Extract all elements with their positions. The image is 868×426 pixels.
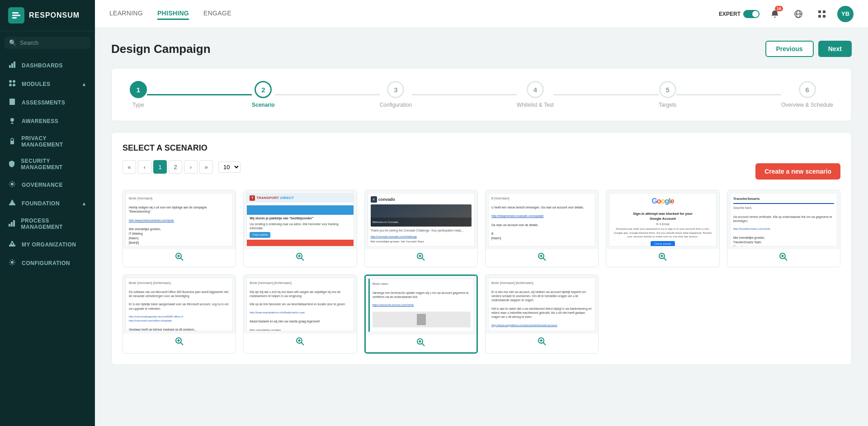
page-title: Design Campaign xyxy=(111,42,211,56)
card-7-zoom[interactable] xyxy=(123,334,236,351)
apps-button[interactable] xyxy=(814,6,830,22)
card-9-zoom[interactable] xyxy=(366,335,476,352)
content-area: Design Campaign Previous Next 1 Type 2 S… xyxy=(95,28,868,426)
sidebar-item-label: DASHBOARDS xyxy=(22,62,63,69)
page-next-btn[interactable]: › xyxy=(184,160,198,174)
card-4-zoom[interactable] xyxy=(486,249,598,267)
card-5-preview: Google Sign-in attempt was blocked for y… xyxy=(609,193,716,246)
step-2-label: Scenario xyxy=(252,102,275,108)
steps-inner: 1 Type 2 Scenario 3 Configuration xyxy=(130,81,833,108)
scenario-card-6[interactable]: TransferSmarts Geachte klant, Uw account… xyxy=(727,190,840,267)
create-scenario-button[interactable]: Create a new scenario xyxy=(755,163,840,180)
chevron-up-icon: ▲ xyxy=(82,201,87,206)
nav-phishing[interactable]: PHISHING xyxy=(157,8,189,20)
scenario-card-8[interactable]: Beste [Voornaam] [Achternaam], Wij zijn … xyxy=(243,275,357,354)
scenario-card-5[interactable]: Google Sign-in attempt was blocked for y… xyxy=(606,190,719,267)
svg-rect-18 xyxy=(10,203,14,204)
header-actions: Previous Next xyxy=(765,41,852,57)
svg-rect-24 xyxy=(9,245,15,246)
card-8-zoom[interactable] xyxy=(244,334,356,351)
sidebar-item-label: FOUNDATION xyxy=(22,200,60,207)
zoom-icon-3 xyxy=(416,252,426,264)
page-prev-btn[interactable]: ‹ xyxy=(138,160,151,174)
card-7-preview: Beste [Voornaam] [Achternaam], De softwa… xyxy=(126,278,233,331)
step-6[interactable]: 6 Overview & Schedule xyxy=(781,81,833,108)
sidebar-item-modules[interactable]: MODULES ▲ xyxy=(0,75,95,93)
connector-4-5 xyxy=(554,94,659,95)
next-button[interactable]: Next xyxy=(818,41,852,57)
page-last-btn[interactable]: » xyxy=(199,160,213,174)
sidebar-item-assessments[interactable]: ASSESSMENTS xyxy=(0,93,95,112)
card-3-zoom[interactable] xyxy=(365,249,477,267)
step-4[interactable]: 4 Whitelist & Test xyxy=(517,81,554,108)
card-9-image: Beste naam, Vanwege een technische updat… xyxy=(366,276,476,335)
sidebar-item-privacy[interactable]: PRIVACY MANAGEMENT xyxy=(0,130,95,153)
step-1[interactable]: 1 Type xyxy=(130,81,147,108)
svg-rect-21 xyxy=(9,224,10,227)
language-button[interactable] xyxy=(790,6,807,22)
scenario-card-1[interactable]: Beste [Voornaam], Hierbij nodigen wij u … xyxy=(123,190,236,267)
step-4-circle: 4 xyxy=(527,81,544,98)
page-size-select[interactable]: 10 25 50 xyxy=(218,161,241,173)
svg-rect-33 xyxy=(823,10,826,13)
notification-badge: 16 xyxy=(775,6,783,11)
sidebar-item-process[interactable]: PROCESS MANAGEMENT xyxy=(0,213,95,235)
card-6-image: TransferSmarts Geachte klant, Uw account… xyxy=(727,190,840,249)
sidebar-item-organization[interactable]: MY ORGANIZATION xyxy=(0,235,95,254)
step-3[interactable]: 3 Configuration xyxy=(380,81,412,108)
card-2-zoom[interactable] xyxy=(244,249,356,267)
sidebar-item-governance[interactable]: GOVERNANCE xyxy=(0,175,95,194)
svg-point-6 xyxy=(9,80,12,83)
scenario-card-7[interactable]: Beste [Voornaam] [Achternaam], De softwa… xyxy=(123,275,236,354)
sidebar-item-security[interactable]: SECURITY MANAGEMENT xyxy=(0,153,95,175)
nav-learning[interactable]: LEARNING xyxy=(109,8,143,20)
card-10-zoom[interactable] xyxy=(486,334,598,351)
sidebar-item-foundation[interactable]: FOUNDATION ▲ xyxy=(0,194,95,213)
assessments-icon xyxy=(8,98,16,107)
page-2-btn[interactable]: 2 xyxy=(169,160,182,174)
card-3-preview: c convado Welcome to Convado Thank you xyxy=(368,193,475,246)
page-1-btn[interactable]: 1 xyxy=(153,160,167,174)
svg-rect-22 xyxy=(11,222,13,227)
chevron-up-icon: ▲ xyxy=(82,81,87,87)
step-5[interactable]: 5 Targets xyxy=(659,81,676,108)
sidebar-item-label: PRIVACY MANAGEMENT xyxy=(21,135,87,148)
notifications-button[interactable]: 16 xyxy=(767,6,783,22)
previous-button[interactable]: Previous xyxy=(765,41,814,57)
card-10-image: Beste [Voornaam] [Achternaam], Er is iet… xyxy=(486,275,598,334)
scenario-cards-grid: Beste [Voornaam], Hierbij nodigen wij u … xyxy=(123,190,840,354)
topbar-nav: LEARNING PHISHING ENGAGE xyxy=(109,8,704,20)
search-input[interactable] xyxy=(20,39,86,46)
zoom-icon xyxy=(175,252,184,264)
sidebar-item-dashboards[interactable]: DASHBOARDS xyxy=(0,56,95,75)
step-5-circle: 5 xyxy=(659,81,676,98)
expert-toggle-pill[interactable] xyxy=(743,10,760,18)
sidebar-item-awareness[interactable]: AWARENESS xyxy=(0,112,95,130)
page-first-btn[interactable]: « xyxy=(123,160,136,174)
card-1-zoom[interactable] xyxy=(123,249,236,267)
scenario-card-2[interactable]: T TRANSPORT DIRECT Wij sturen je pakketj… xyxy=(243,190,357,267)
card-7-image: Beste [Voornaam] [Achternaam], De softwa… xyxy=(123,275,236,334)
card-5-zoom[interactable] xyxy=(606,249,719,267)
pagination: « ‹ 1 2 › » 10 25 50 xyxy=(123,160,241,174)
step-2[interactable]: 2 Scenario xyxy=(252,81,275,108)
user-avatar[interactable]: YB xyxy=(837,6,854,22)
sidebar-item-label: MODULES xyxy=(22,81,51,87)
expert-toggle[interactable]: EXPERT xyxy=(719,10,760,18)
scenario-card-10[interactable]: Beste [Voornaam] [Achternaam], Er is iet… xyxy=(485,275,599,354)
pagination-row: « ‹ 1 2 › » 10 25 50 Create a new scenar… xyxy=(123,160,840,183)
scenario-card-9[interactable]: Beste naam, Vanwege een technische updat… xyxy=(364,275,478,354)
sidebar-item-configuration[interactable]: CONFIGURATION xyxy=(0,254,95,272)
card-4-image: B [Voornaam] U heeft een nieuw bericht o… xyxy=(486,190,598,249)
svg-rect-11 xyxy=(11,100,14,101)
svg-rect-4 xyxy=(11,63,13,68)
zoom-icon-5 xyxy=(658,252,668,264)
scenario-card-3[interactable]: c convado Welcome to Convado Thank you xyxy=(364,190,478,267)
governance-icon xyxy=(8,180,16,189)
nav-engage[interactable]: ENGAGE xyxy=(203,8,231,20)
card-6-zoom[interactable] xyxy=(727,249,840,267)
search-container[interactable]: 🔍 xyxy=(5,37,90,49)
connector-3-4 xyxy=(412,94,517,95)
svg-rect-17 xyxy=(9,204,15,205)
scenario-card-4[interactable]: B [Voornaam] U heeft een nieuw bericht o… xyxy=(485,190,599,267)
